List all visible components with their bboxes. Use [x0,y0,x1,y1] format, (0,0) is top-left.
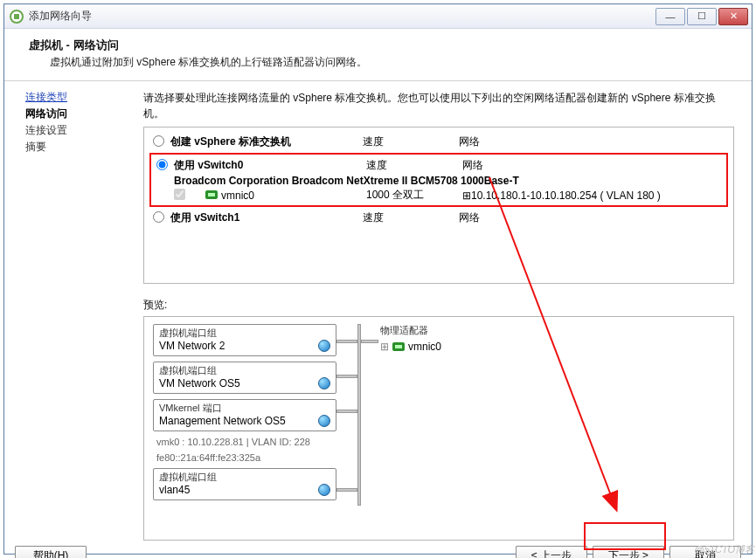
step-summary: 摘要 [25,140,131,155]
portgroups-col: 虚拟机端口组 VM Network 2 虚拟机端口组 VM Network OS… [153,324,336,506]
portgroup-box: 虚拟机端口组 vlan45 [153,468,336,500]
portgroup-box: 虚拟机端口组 VM Network OS5 [153,362,336,394]
next-button[interactable]: 下一步 ≥ [593,546,664,559]
help-button[interactable]: 帮助(H) [15,546,87,559]
maximize-button[interactable]: ☐ [687,8,717,25]
step-network-access: 网络访问 [25,107,131,121]
radio-use-vswitch1[interactable] [153,211,164,223]
pg-name: VM Network OS5 [159,377,240,389]
window-buttons: — ☐ ✕ [654,8,748,25]
physical-adapter: ⊞ vmnic0 [380,341,441,353]
phys-name: vmnic0 [408,341,441,353]
option-create-vswitch[interactable]: 创建 vSphere 标准交换机 速度 网络 [149,133,728,151]
page-title: 虚拟机 - 网络访问 [29,38,738,53]
col-speed: 速度 [363,210,459,225]
col-network: 网络 [459,134,704,149]
option-label: 创建 vSphere 标准交换机 [170,134,363,149]
option-label: 使用 vSwitch0 [174,158,366,173]
nic-row: vmnic0 1000 全双工 ⊞10.10.180.1-10.10.180.2… [153,187,725,203]
pg-name: VM Network 2 [159,340,225,352]
vswitch-option-list: 创建 vSphere 标准交换机 速度 网络 使用 vSwitch0 速度 网络… [143,127,734,284]
globe-icon [318,340,330,352]
nic-icon [392,342,405,351]
physical-adapters-col: 物理适配器 ⊞ vmnic0 [380,324,441,506]
window-title: 添加网络向导 [29,9,654,24]
pg-type-label: 虚拟机端口组 [159,327,330,340]
step-connection-type[interactable]: 连接类型 [25,90,131,105]
nic-name: vmnic0 [221,189,366,202]
option-use-vswitch1[interactable]: 使用 vSwitch1 速度 网络 [149,209,728,227]
main-panel: 请选择要处理此连接网络流量的 vSphere 标准交换机。您也可以使用以下列出的… [140,81,752,544]
page-subtitle: 虚拟机通过附加到 vSphere 标准交换机的上行链路适配器访问网络。 [50,55,738,70]
col-speed: 速度 [363,134,459,149]
radio-create-vswitch[interactable] [153,135,164,147]
vswitch-spine [336,324,380,506]
radio-use-vswitch0[interactable] [156,159,168,170]
wizard-window: 添加网络向导 — ☐ ✕ 虚拟机 - 网络访问 虚拟机通过附加到 vSphere… [3,3,753,555]
col-speed: 速度 [366,158,462,173]
nic-network: ⊞10.10.180.1-10.10.180.254 ( VLAN 180 ) [462,189,725,202]
nic-checkbox[interactable] [174,189,185,200]
instruction-text: 请选择要处理此连接网络流量的 vSphere 标准交换机。您也可以使用以下列出的… [143,90,734,121]
portgroup-box: VMkernel 端口 Management Network OS5 [153,399,336,431]
vmk-meta: vmk0 : 10.10.228.81 | VLAN ID: 228 [156,437,336,447]
portgroup-box: 虚拟机端口组 VM Network 2 [153,324,336,356]
highlight-box: 使用 vSwitch0 速度 网络 Broadcom Corporation B… [149,153,728,207]
minimize-button[interactable]: — [655,8,685,25]
back-button[interactable]: ≤ 上一步 [516,546,587,559]
col-network: 网络 [462,158,707,173]
globe-icon [318,377,330,389]
nic-speed: 1000 全双工 [366,188,462,203]
globe-icon [318,484,330,496]
step-connection-settings: 连接设置 [25,123,131,138]
col-network: 网络 [459,210,704,225]
vmk-meta: fe80::21a:64ff:fe23:325a [156,452,336,463]
preview-panel: 虚拟机端口组 VM Network 2 虚拟机端口组 VM Network OS… [143,316,734,541]
pg-type-label: 虚拟机端口组 [159,471,330,484]
nic-icon [205,190,218,199]
titlebar: 添加网络向导 — ☐ ✕ [4,4,752,29]
pg-name: vlan45 [159,484,190,496]
adapter-description: Broadcom Corporation Broadcom NetXtreme … [153,175,725,187]
wizard-header: 虚拟机 - 网络访问 虚拟机通过附加到 vSphere 标准交换机的上行链路适配… [4,29,752,81]
pg-type-label: 虚拟机端口组 [159,364,330,377]
watermark: @51CTO博客 [695,543,754,556]
option-use-vswitch0[interactable]: 使用 vSwitch0 速度 网络 [153,156,725,175]
wizard-footer: 帮助(H) ≤ 上一步 下一步 ≥ 取消 [4,544,752,558]
close-button[interactable]: ✕ [718,8,748,25]
wizard-steps: 连接类型 网络访问 连接设置 摘要 [4,81,140,544]
pg-name: Management Network OS5 [159,415,286,427]
pg-type-label: VMkernel 端口 [159,402,330,415]
svg-rect-1 [14,14,19,19]
app-icon [10,10,24,24]
wizard-body: 连接类型 网络访问 连接设置 摘要 请选择要处理此连接网络流量的 vSphere… [4,81,752,544]
globe-icon [318,415,330,427]
preview-label: 预览: [143,298,734,313]
option-label: 使用 vSwitch1 [170,210,363,225]
phys-adapters-label: 物理适配器 [380,324,441,337]
preview-diagram: 虚拟机端口组 VM Network 2 虚拟机端口组 VM Network OS… [153,324,725,506]
